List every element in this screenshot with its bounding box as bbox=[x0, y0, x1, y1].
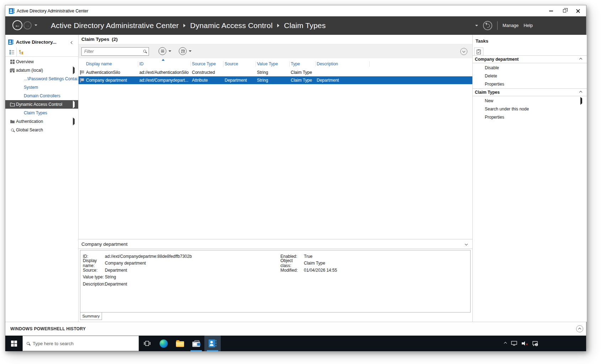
title-bar: Active Directory Administrative Center bbox=[5, 5, 586, 16]
show-hidden-icons-button[interactable] bbox=[504, 342, 507, 345]
powershell-history-bar[interactable]: WINDOWS POWERSHELL HISTORY bbox=[5, 322, 586, 336]
sidebar-collapse-icon[interactable] bbox=[71, 41, 74, 44]
sidebar-item-password-settings[interactable]: ...\Password Settings Contai... bbox=[5, 75, 78, 83]
page-title: Claim Types (2) bbox=[81, 37, 118, 42]
field-value: True bbox=[304, 254, 312, 259]
sidebar-item-adatum-local[interactable]: adatum (local) bbox=[5, 66, 78, 75]
sidebar-item-global-search[interactable]: Global Search bbox=[5, 126, 78, 134]
sidebar-item-dynamic-access-control[interactable]: Dynamic Access Control bbox=[5, 100, 78, 109]
column-header-id[interactable]: ID bbox=[138, 61, 191, 67]
cell-source-type: Attribute bbox=[191, 78, 224, 83]
task-new[interactable]: New bbox=[473, 97, 587, 105]
windows-logo-icon bbox=[11, 341, 17, 347]
sidebar-item-label: ...\Password Settings Contai... bbox=[24, 76, 81, 81]
navigation-sidebar: Active Directory... bbox=[5, 35, 78, 322]
table-row-authenticationsilo[interactable]: AuthenticationSilo ad://ext/Authenticati… bbox=[79, 69, 472, 76]
breadcrumb-page[interactable]: Claim Types bbox=[284, 21, 326, 30]
submenu-arrow-icon bbox=[580, 98, 582, 103]
refresh-button[interactable] bbox=[483, 21, 492, 30]
field-value: Claim Type bbox=[304, 261, 325, 266]
expand-arrow-icon[interactable] bbox=[73, 119, 75, 124]
tasks-tab[interactable] bbox=[474, 48, 483, 56]
column-header-display-name[interactable]: Display name bbox=[85, 61, 138, 67]
breadcrumb-section[interactable]: Dynamic Access Control bbox=[190, 21, 273, 30]
network-icon[interactable] bbox=[511, 341, 517, 346]
start-button[interactable] bbox=[5, 336, 22, 351]
list-view-tab[interactable] bbox=[7, 48, 17, 56]
overview-grid-icon bbox=[10, 60, 15, 64]
sidebar-item-label: Dynamic Access Control bbox=[16, 102, 62, 107]
restore-button[interactable] bbox=[558, 5, 571, 16]
expand-arrow-icon[interactable] bbox=[73, 102, 75, 107]
nav-options-dropdown-icon[interactable] bbox=[475, 25, 478, 26]
taskbar-search-box[interactable] bbox=[22, 336, 139, 351]
volume-muted-icon[interactable]: ✕ bbox=[522, 341, 527, 346]
sidebar-item-label: Claim Types bbox=[24, 110, 47, 115]
breadcrumb-bar: ← → Active Directory Administrative Cent… bbox=[5, 16, 586, 35]
collapse-list-header-button[interactable] bbox=[460, 48, 467, 55]
adac-taskbar-button[interactable] bbox=[204, 336, 221, 351]
expand-powershell-button[interactable] bbox=[576, 325, 583, 332]
menu-divider bbox=[497, 21, 498, 30]
save-query-button[interactable] bbox=[179, 47, 192, 55]
sidebar-item-authentication[interactable]: Authentication bbox=[5, 117, 78, 126]
tree-view-tab[interactable] bbox=[17, 48, 26, 56]
column-header-source[interactable]: Source bbox=[224, 61, 256, 67]
cell-id: ad://ext/Companydepart... bbox=[138, 78, 191, 83]
tasks-section-company-department[interactable]: Company department bbox=[473, 55, 587, 63]
details-summary-box: ID:ad://ext/Companydepartme:88de8fedffb7… bbox=[80, 250, 471, 313]
action-center-icon[interactable]: 1 bbox=[532, 341, 538, 346]
chevron-down-icon bbox=[168, 50, 171, 52]
server-manager-icon bbox=[192, 342, 200, 347]
column-header-source-type[interactable]: Source Type bbox=[191, 61, 224, 67]
forward-button[interactable]: → bbox=[23, 21, 32, 29]
chevron-down-icon[interactable] bbox=[465, 243, 468, 245]
breadcrumb-root[interactable]: Active Directory Administrative Center bbox=[51, 21, 179, 30]
sidebar-item-overview[interactable]: Overview bbox=[5, 58, 78, 66]
view-options-button[interactable] bbox=[159, 47, 171, 55]
task-view-button[interactable] bbox=[139, 336, 155, 351]
server-manager-button[interactable] bbox=[188, 336, 204, 351]
column-header-description[interactable]: Description bbox=[316, 61, 370, 67]
help-menu[interactable]: Help bbox=[524, 23, 533, 28]
sidebar-item-domain-controllers[interactable]: Domain Controllers bbox=[5, 92, 78, 100]
close-button[interactable] bbox=[571, 5, 585, 16]
adac-logo-icon bbox=[8, 39, 14, 45]
task-delete[interactable]: Delete bbox=[473, 72, 587, 80]
breadcrumb: Active Directory Administrative Center D… bbox=[51, 16, 326, 35]
field-label: Modified: bbox=[280, 268, 304, 273]
back-button[interactable]: ← bbox=[12, 20, 22, 30]
cell-id: ad://ext/AuthenticationSilo bbox=[138, 70, 191, 75]
task-search-under-node[interactable]: Search under this node bbox=[473, 105, 587, 113]
tasks-section-claim-types[interactable]: Claim Types bbox=[473, 88, 587, 96]
minimize-icon bbox=[549, 11, 553, 11]
task-view-icon bbox=[144, 341, 151, 346]
column-header-type[interactable]: Type bbox=[290, 61, 316, 67]
manage-menu[interactable]: Manage bbox=[503, 23, 519, 28]
cell-type: Claim Type bbox=[290, 78, 316, 83]
expand-arrow-icon[interactable] bbox=[73, 68, 75, 73]
chevron-up-icon[interactable] bbox=[579, 58, 582, 61]
taskbar-search-input[interactable] bbox=[33, 341, 135, 346]
file-explorer-button[interactable] bbox=[172, 336, 188, 351]
field-value: Department bbox=[105, 282, 127, 287]
sidebar-item-claim-types[interactable]: Claim Types bbox=[5, 109, 78, 117]
edge-button[interactable] bbox=[155, 336, 172, 351]
sidebar-item-system[interactable]: System bbox=[5, 83, 78, 92]
chevron-up-icon[interactable] bbox=[579, 91, 582, 94]
task-claim-types-properties[interactable]: Properties bbox=[473, 113, 587, 121]
folder-icon bbox=[10, 119, 15, 124]
details-pane-header[interactable]: Company department bbox=[79, 239, 472, 249]
history-dropdown-icon[interactable] bbox=[34, 25, 37, 26]
cell-source-type: Constructed bbox=[191, 70, 224, 75]
task-disable[interactable]: Disable bbox=[473, 64, 587, 72]
file-explorer-icon bbox=[176, 341, 184, 347]
powershell-history-label: WINDOWS POWERSHELL HISTORY bbox=[10, 326, 86, 331]
task-properties[interactable]: Properties bbox=[473, 80, 587, 88]
column-header-value-type[interactable]: Value Type bbox=[256, 61, 290, 67]
minimize-button[interactable] bbox=[544, 5, 558, 16]
search-icon bbox=[27, 342, 29, 345]
tab-summary[interactable]: Summary bbox=[80, 313, 102, 320]
filter-input[interactable] bbox=[82, 48, 149, 55]
table-row-company-department-selected[interactable]: Company department ad://ext/Companydepar… bbox=[79, 76, 472, 84]
